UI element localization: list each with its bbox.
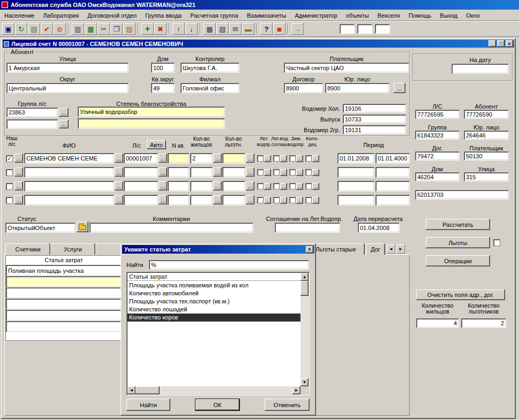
house-id-field[interactable]: 46204 bbox=[415, 172, 460, 181]
well-lookup-button[interactable]: ... bbox=[312, 197, 319, 204]
calc-button[interactable]: Рассчитать bbox=[426, 219, 490, 230]
period-from-field[interactable] bbox=[337, 181, 374, 192]
summer-lookup-button[interactable]: ... bbox=[264, 183, 271, 190]
horizontal-scroll-thumb[interactable] bbox=[136, 386, 160, 394]
status-folder-button[interactable] bbox=[77, 222, 88, 232]
residents-lookup-button[interactable]: ... bbox=[213, 167, 222, 177]
menu-raschetnaya-gruppa[interactable]: Расчетная группа bbox=[186, 11, 243, 20]
benefit-field[interactable] bbox=[222, 181, 245, 192]
period-to-field[interactable] bbox=[375, 167, 410, 178]
ls-field[interactable] bbox=[124, 195, 158, 205]
benefit-lookup-button[interactable]: ... bbox=[246, 154, 254, 163]
row-select-checkbox[interactable]: ✓ bbox=[6, 155, 13, 162]
status-field[interactable]: ОткрытыйОбъект bbox=[5, 223, 76, 233]
period-from-field[interactable] bbox=[337, 195, 374, 205]
ls-lookup-button[interactable]: ... bbox=[159, 167, 167, 177]
tab-scroll-right-button[interactable]: ► bbox=[396, 245, 405, 254]
benefit-lookup-button[interactable]: ... bbox=[246, 167, 254, 177]
controller-field[interactable]: Шкутова Г.А. bbox=[180, 63, 239, 73]
row-select-checkbox[interactable] bbox=[6, 169, 13, 176]
help-button[interactable]: ? bbox=[260, 23, 273, 35]
well-checkbox[interactable] bbox=[305, 183, 312, 189]
winter-checkbox[interactable] bbox=[289, 155, 296, 162]
row-lookup-button[interactable]: ... bbox=[14, 154, 23, 163]
street-id-field[interactable]: 315 bbox=[464, 172, 509, 181]
fio-lookup-button[interactable]: ... bbox=[115, 195, 123, 204]
winter-checkbox[interactable] bbox=[289, 169, 296, 175]
winter-checkbox[interactable] bbox=[289, 183, 296, 189]
qty-benefit-field[interactable]: 2 bbox=[461, 318, 506, 328]
winter-lookup-button[interactable]: ... bbox=[296, 183, 303, 190]
scroll-right-button[interactable]: ► bbox=[292, 386, 300, 394]
well-checkbox[interactable] bbox=[305, 169, 312, 175]
cancel-button[interactable]: ⊘ bbox=[54, 23, 66, 35]
dialog-cancel-button[interactable]: Отменить bbox=[265, 399, 310, 411]
move-up-button[interactable]: ↑ bbox=[172, 23, 185, 35]
well-checkbox[interactable] bbox=[305, 197, 312, 203]
winter-checkbox[interactable] bbox=[289, 197, 296, 203]
group-ls-lookup-button[interactable]: ... bbox=[59, 108, 69, 117]
kv-district-field[interactable]: 49 bbox=[151, 83, 175, 93]
row-select-checkbox[interactable] bbox=[6, 197, 13, 204]
find-input[interactable]: % bbox=[149, 260, 309, 270]
menu-dogovornoy-otdel[interactable]: Договорной отдел bbox=[83, 11, 141, 20]
vertical-scroll-thumb[interactable] bbox=[300, 281, 309, 296]
lov-item[interactable]: Количество лошадей bbox=[127, 306, 300, 314]
move-down-button[interactable]: ↓ bbox=[185, 23, 198, 35]
app-titlebar[interactable]: Абонентская служба ОАО ОмскВодоканал WAT… bbox=[0, 0, 519, 10]
summer-agr-lookup-button[interactable]: ... bbox=[280, 197, 287, 204]
menu-obekty[interactable]: объекты bbox=[342, 11, 373, 20]
row-lookup-button[interactable]: ... bbox=[14, 195, 23, 204]
well-lookup-button[interactable]: ... bbox=[312, 155, 319, 162]
summer-agr-checkbox[interactable] bbox=[273, 183, 280, 189]
fio-field[interactable] bbox=[24, 181, 114, 192]
kv-field[interactable] bbox=[168, 181, 189, 192]
tab-schetchiki[interactable]: Счетчики bbox=[5, 243, 50, 255]
winter-lookup-button[interactable]: ... bbox=[296, 155, 303, 162]
improvement2-field[interactable] bbox=[78, 118, 225, 129]
auto-button[interactable]: Авто bbox=[147, 140, 166, 149]
period-to-field[interactable] bbox=[375, 181, 410, 192]
summer-checkbox[interactable] bbox=[257, 183, 264, 189]
group-ls-field[interactable]: 23863 bbox=[6, 108, 58, 117]
summer-checkbox[interactable] bbox=[257, 169, 264, 175]
ls-field[interactable]: 00001007 bbox=[124, 153, 158, 164]
period-from-field[interactable] bbox=[337, 167, 374, 178]
cut-button[interactable]: ✂ bbox=[97, 23, 110, 35]
ls-id-field[interactable]: 77726595 bbox=[415, 110, 460, 119]
ls-lookup-button[interactable]: ... bbox=[159, 154, 167, 163]
branch-field[interactable]: Головной офис bbox=[180, 83, 239, 93]
add-button[interactable]: + bbox=[141, 23, 154, 35]
tab-uslugi[interactable]: Услуги bbox=[50, 243, 95, 255]
summer-agr-lookup-button[interactable]: ... bbox=[280, 169, 287, 176]
toolbar-field-3[interactable] bbox=[375, 24, 390, 34]
exit-button[interactable]: ◙ bbox=[273, 23, 285, 35]
meter2-field[interactable]: 19131 bbox=[343, 125, 406, 134]
paste-button[interactable]: ▨ bbox=[123, 23, 136, 35]
summer-agr-lookup-button[interactable]: ... bbox=[280, 183, 287, 190]
minimize-button[interactable]: _ bbox=[488, 40, 496, 47]
benefit-field[interactable] bbox=[222, 167, 245, 178]
benefits-checkbox[interactable] bbox=[493, 239, 500, 246]
district-field[interactable]: Центральный bbox=[6, 83, 129, 93]
dog-id-field[interactable]: 79472 bbox=[415, 151, 460, 161]
ls-field[interactable] bbox=[124, 167, 158, 178]
close-button[interactable]: × bbox=[506, 40, 513, 47]
dialog-find-button[interactable]: Найти bbox=[126, 399, 170, 411]
go-button[interactable]: → bbox=[291, 23, 304, 35]
group-ls2-field[interactable] bbox=[6, 119, 58, 129]
on-date-field[interactable] bbox=[452, 64, 509, 74]
save-button[interactable]: ▣ bbox=[2, 23, 14, 35]
fio-field[interactable] bbox=[24, 195, 114, 205]
recalc-date-field[interactable]: 01.04.2008 bbox=[358, 223, 400, 233]
payer-field[interactable]: Частный сектор ЦАО bbox=[284, 63, 409, 73]
expense-row[interactable] bbox=[6, 310, 122, 321]
ls-lookup-button[interactable]: ... bbox=[159, 195, 167, 204]
expense-row[interactable] bbox=[6, 287, 122, 299]
refresh-button[interactable]: ↻ bbox=[15, 23, 27, 35]
expense-row[interactable] bbox=[6, 321, 122, 332]
scroll-down-button[interactable]: ▼ bbox=[300, 378, 309, 386]
lov-item[interactable]: Количество автомобилей bbox=[127, 289, 300, 297]
summer-agr-lookup-button[interactable]: ... bbox=[280, 155, 287, 162]
maximize-button[interactable]: □ bbox=[497, 40, 505, 47]
